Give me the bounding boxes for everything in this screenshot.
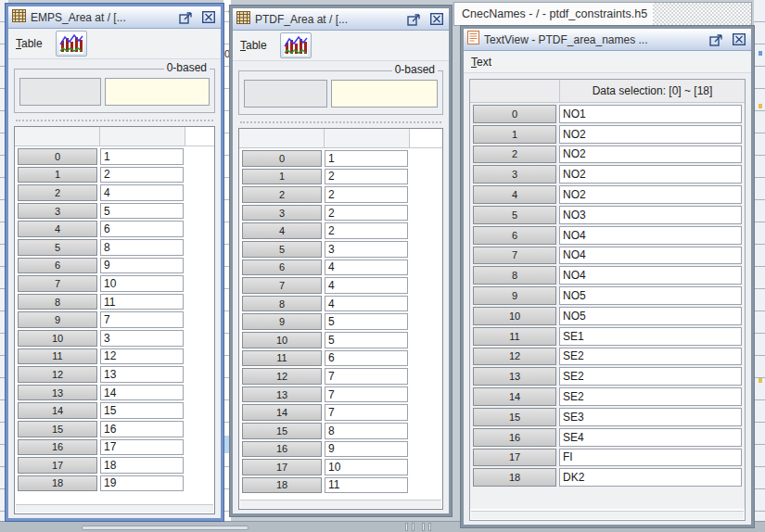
- cell-value[interactable]: 8: [325, 423, 408, 439]
- corner-header-cell[interactable]: [239, 129, 325, 147]
- row-index-header[interactable]: 18: [242, 477, 322, 494]
- cell-value[interactable]: 1: [100, 148, 184, 165]
- titlebar[interactable]: TextView - PTDF_area_names ...: [464, 29, 751, 51]
- cell-value[interactable]: 4: [325, 260, 408, 276]
- cell-value-field[interactable]: [105, 78, 210, 106]
- cell-value[interactable]: SE1: [559, 327, 742, 346]
- cell-value[interactable]: 6: [325, 350, 408, 367]
- row-index-header[interactable]: 6: [242, 260, 322, 276]
- cell-value[interactable]: NO5: [559, 307, 742, 325]
- cell-value[interactable]: NO2: [559, 146, 742, 164]
- row-index-header[interactable]: 18: [473, 468, 556, 487]
- row-index-header[interactable]: 11: [473, 327, 556, 346]
- column-header-cell[interactable]: [325, 129, 410, 147]
- cell-value[interactable]: 2: [325, 205, 408, 222]
- row-index-header[interactable]: 7: [242, 277, 322, 294]
- row-index-header[interactable]: 9: [242, 313, 322, 330]
- table-hscrollbar[interactable]: [16, 504, 213, 513]
- cell-value[interactable]: 7: [325, 368, 408, 385]
- close-icon[interactable]: [427, 11, 445, 27]
- row-index-header[interactable]: 8: [18, 294, 97, 310]
- row-index-header[interactable]: 6: [473, 226, 556, 245]
- cell-value[interactable]: 13: [100, 366, 184, 383]
- menu-table[interactable]: Table: [240, 39, 267, 52]
- cell-value[interactable]: 1: [325, 150, 408, 167]
- row-index-header[interactable]: 14: [18, 402, 97, 419]
- row-index-header[interactable]: 12: [242, 368, 322, 385]
- row-index-header[interactable]: 7: [473, 247, 556, 265]
- row-index-header[interactable]: 12: [18, 366, 97, 383]
- row-index-header[interactable]: 15: [18, 421, 97, 437]
- chart-button[interactable]: [56, 31, 87, 57]
- row-index-header[interactable]: 17: [18, 457, 97, 474]
- row-index-header[interactable]: 17: [242, 459, 322, 475]
- cell-value[interactable]: NO4: [559, 247, 742, 265]
- cell-value[interactable]: SE4: [559, 428, 742, 447]
- row-index-header[interactable]: 3: [242, 205, 322, 222]
- cell-value[interactable]: 11: [325, 477, 408, 494]
- row-index-header[interactable]: 2: [473, 146, 556, 164]
- row-index-header[interactable]: 3: [473, 165, 556, 184]
- row-index-header[interactable]: 17: [473, 449, 556, 467]
- cell-value[interactable]: 2: [325, 169, 408, 185]
- cell-value[interactable]: 19: [100, 475, 184, 492]
- row-index-header[interactable]: 14: [242, 404, 322, 421]
- column-header-cell[interactable]: [100, 127, 185, 146]
- cell-value[interactable]: 3: [325, 241, 408, 258]
- menu-table[interactable]: Table: [16, 37, 43, 50]
- row-index-header[interactable]: 10: [473, 307, 556, 325]
- cell-value[interactable]: 10: [325, 459, 408, 475]
- horizontal-scrollbar-thumb[interactable]: [82, 526, 249, 530]
- cell-value[interactable]: NO2: [559, 185, 742, 204]
- row-index-header[interactable]: 1: [18, 167, 97, 184]
- row-index-header[interactable]: 8: [473, 266, 556, 285]
- cell-value[interactable]: 5: [100, 203, 184, 220]
- row-index-header[interactable]: 0: [18, 148, 97, 165]
- corner-header-cell[interactable]: [470, 80, 560, 102]
- row-index-header[interactable]: 12: [473, 348, 556, 366]
- cell-value[interactable]: 15: [100, 402, 184, 419]
- cell-value[interactable]: 8: [100, 239, 184, 256]
- row-index-header[interactable]: 4: [242, 222, 322, 239]
- row-index-header[interactable]: 11: [242, 350, 322, 367]
- row-index-header[interactable]: 13: [473, 367, 556, 386]
- row-index-header[interactable]: 2: [242, 186, 322, 203]
- cell-value[interactable]: NO4: [559, 266, 742, 285]
- row-index-header[interactable]: 11: [18, 348, 97, 365]
- cell-value[interactable]: 3: [100, 330, 184, 347]
- row-index-header[interactable]: 1: [473, 125, 556, 144]
- row-index-header[interactable]: 5: [473, 206, 556, 224]
- maximize-icon[interactable]: [708, 32, 725, 47]
- cell-value[interactable]: 4: [100, 184, 184, 201]
- cell-value[interactable]: SE2: [559, 348, 742, 366]
- row-index-header[interactable]: 8: [242, 296, 322, 312]
- row-index-header[interactable]: 9: [473, 286, 556, 305]
- cell-value[interactable]: 18: [100, 457, 184, 474]
- cell-value[interactable]: 10: [100, 275, 184, 292]
- cell-value[interactable]: NO3: [559, 206, 742, 224]
- cell-value[interactable]: 11: [100, 294, 184, 310]
- cell-value[interactable]: NO2: [559, 165, 742, 184]
- row-index-header[interactable]: 4: [18, 221, 97, 237]
- corner-header-cell[interactable]: [15, 127, 100, 146]
- cell-value[interactable]: 17: [100, 439, 184, 456]
- titlebar[interactable]: EMPS_Area at / [...: [8, 6, 221, 29]
- cell-value[interactable]: 5: [325, 313, 408, 330]
- cell-value[interactable]: 2: [325, 222, 408, 239]
- cell-value[interactable]: 7: [325, 404, 408, 421]
- cell-value[interactable]: 12: [100, 348, 184, 365]
- cell-value-field[interactable]: [331, 80, 438, 108]
- cell-value[interactable]: 6: [100, 221, 184, 237]
- cell-value[interactable]: 4: [325, 277, 408, 294]
- titlebar[interactable]: PTDF_Area at / [...: [233, 8, 449, 31]
- row-index-header[interactable]: 10: [18, 330, 97, 347]
- row-index-header[interactable]: 13: [18, 385, 97, 401]
- cell-value[interactable]: 9: [100, 258, 184, 274]
- row-index-header[interactable]: 16: [473, 428, 556, 447]
- cell-value[interactable]: NO5: [559, 286, 742, 305]
- cell-value[interactable]: SE2: [559, 387, 742, 406]
- cell-value[interactable]: 2: [325, 186, 408, 203]
- row-index-header[interactable]: 4: [473, 185, 556, 204]
- cell-value[interactable]: 7: [325, 386, 408, 403]
- table-hscrollbar[interactable]: [471, 511, 744, 519]
